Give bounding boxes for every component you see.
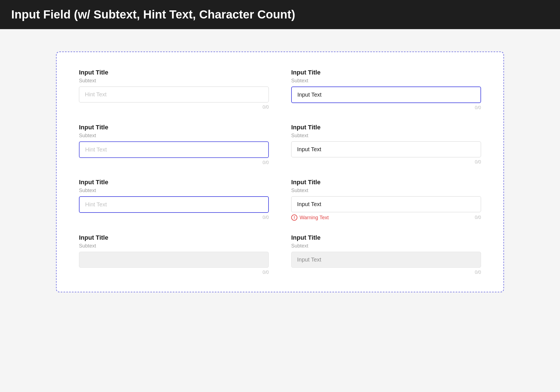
char-count-l3: 0/0 — [79, 215, 269, 220]
page-content: Input Title Subtext 0/0 Input Title Subt… — [0, 29, 560, 315]
input-group-l3: Input Title Subtext 0/0 — [79, 179, 269, 221]
warning-label: Warning Text — [300, 215, 329, 221]
warning-message: ! Warning Text — [291, 214, 329, 221]
warning-icon: ! — [291, 214, 297, 221]
input-field-l2[interactable] — [79, 141, 269, 158]
input-subtext-l3: Subtext — [79, 188, 269, 193]
input-title-r3: Input Title — [291, 179, 481, 186]
page-header: Input Field (w/ Subtext, Hint Text, Char… — [0, 0, 560, 29]
char-count-r4: 0/0 — [291, 270, 481, 275]
page-title: Input Field (w/ Subtext, Hint Text, Char… — [11, 8, 549, 21]
input-group-l2: Input Title Subtext 0/0 — [79, 124, 269, 165]
input-group-r2: Input Title Subtext 0/0 — [291, 124, 481, 165]
input-group-l4: Input Title Subtext 0/0 — [79, 234, 269, 275]
input-field-r2[interactable] — [291, 141, 481, 157]
grid-layout: Input Title Subtext 0/0 Input Title Subt… — [79, 69, 481, 275]
input-title-l1: Input Title — [79, 69, 269, 76]
input-field-l3[interactable] — [79, 196, 269, 213]
input-subtext-l4: Subtext — [79, 243, 269, 249]
input-title-r2: Input Title — [291, 124, 481, 131]
warning-row: ! Warning Text 0/0 — [291, 214, 481, 221]
input-subtext-r4: Subtext — [291, 243, 481, 249]
input-field-r3[interactable] — [291, 196, 481, 212]
input-field-r1[interactable] — [291, 87, 481, 103]
input-title-l3: Input Title — [79, 179, 269, 186]
char-count-l2: 0/0 — [79, 160, 269, 165]
input-field-l1[interactable] — [79, 87, 269, 102]
input-group-r3: Input Title Subtext ! Warning Text 0/0 — [291, 179, 481, 221]
input-group-l1: Input Title Subtext 0/0 — [79, 69, 269, 110]
input-subtext-r1: Subtext — [291, 78, 481, 84]
input-group-r4: Input Title Subtext 0/0 — [291, 234, 481, 275]
char-count-r2: 0/0 — [291, 160, 481, 165]
char-count-l1: 0/0 — [79, 105, 269, 110]
input-title-l4: Input Title — [79, 234, 269, 241]
input-subtext-l1: Subtext — [79, 78, 269, 84]
input-subtext-r2: Subtext — [291, 133, 481, 139]
input-title-l2: Input Title — [79, 124, 269, 131]
input-subtext-l2: Subtext — [79, 133, 269, 139]
input-field-l4 — [79, 252, 269, 268]
input-title-r1: Input Title — [291, 69, 481, 76]
char-count-r1: 0/0 — [291, 105, 481, 110]
input-group-r1: Input Title Subtext 0/0 — [291, 69, 481, 110]
warning-char-count: 0/0 — [475, 215, 481, 220]
input-subtext-r3: Subtext — [291, 188, 481, 193]
char-count-l4: 0/0 — [79, 270, 269, 275]
input-title-r4: Input Title — [291, 234, 481, 241]
input-field-r4 — [291, 252, 481, 268]
demo-container: Input Title Subtext 0/0 Input Title Subt… — [56, 52, 504, 292]
